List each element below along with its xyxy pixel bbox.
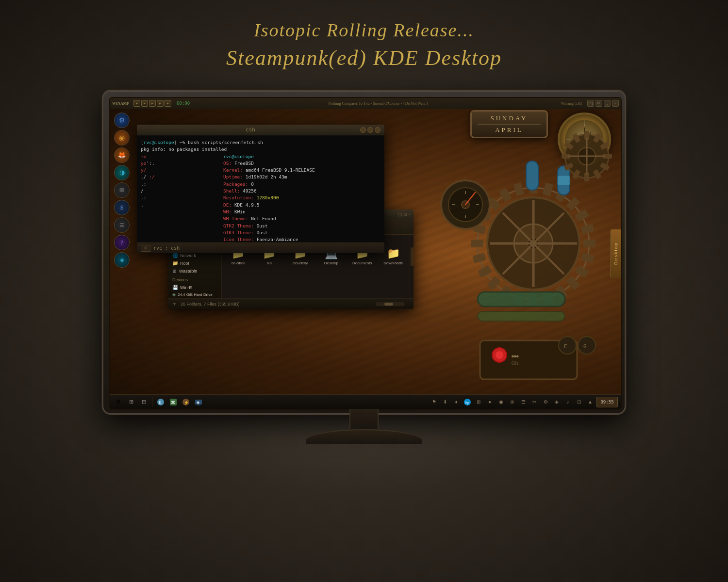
tray-btn-4[interactable]: ⊞ bbox=[474, 397, 483, 407]
tray-btn-hp[interactable]: hp bbox=[463, 397, 472, 407]
svg-rect-22 bbox=[583, 240, 596, 247]
tray-btn-3[interactable]: ♦ bbox=[451, 397, 461, 407]
fm-sidebar-wastebin[interactable]: 🗑 Wastebin bbox=[170, 267, 219, 275]
tray-btn-2[interactable]: ⬇ bbox=[440, 397, 450, 407]
tray-btn-1[interactable]: ⚑ bbox=[429, 397, 439, 407]
desktop-panel[interactable]: Desktop bbox=[610, 229, 621, 278]
tray-btn-tools[interactable]: ✂ bbox=[529, 397, 539, 407]
tray-btn-7[interactable]: ⊕ bbox=[507, 397, 517, 407]
tray-btn-8[interactable]: ☰ bbox=[518, 397, 528, 407]
sidebar-icon-network[interactable]: ◈ bbox=[114, 252, 130, 268]
svg-rect-38 bbox=[499, 188, 512, 202]
fm-sidebar-root[interactable]: 📁 Root bbox=[170, 259, 219, 267]
tray-btn-9[interactable]: ⚙ bbox=[541, 397, 550, 407]
page-title-area: Isotopic Rolling Release... Steampunk(ed… bbox=[0, 0, 728, 80]
sidebar-icon-menu[interactable]: ☰ bbox=[114, 217, 130, 233]
fm-sidebar-wine[interactable]: 💾 Win-E bbox=[170, 284, 219, 291]
taskbar-icon-4[interactable]: ⌘ bbox=[168, 397, 179, 407]
taskbar-bottom: ⚙ ⊞ ⊟ K ⌘ ⚡ ◉ ⚑ ⬇ ♦ bbox=[110, 394, 621, 409]
taskbar-icon-3[interactable]: K bbox=[155, 397, 166, 407]
sidebar-icon-dollar[interactable]: $ bbox=[114, 200, 130, 215]
winamp-controls[interactable] bbox=[133, 100, 171, 107]
tray-btn-10[interactable]: ◈ bbox=[552, 397, 562, 407]
taskbar-icon-1[interactable]: ⊞ bbox=[126, 397, 136, 407]
taskbar-icon-5[interactable]: ⚡ bbox=[181, 397, 191, 407]
tray-btn-12[interactable]: ⊡ bbox=[574, 397, 584, 407]
fm-file-downloads[interactable]: 📁 Downloads bbox=[379, 246, 408, 296]
tray-btn-up[interactable]: ▲ bbox=[585, 397, 595, 407]
winamp-eq-btn[interactable]: EQ bbox=[587, 100, 594, 107]
svg-rect-89 bbox=[198, 404, 199, 405]
sidebar-icons: ⚙ ◉ 🦊 ◑ ✉ $ ☰ bbox=[114, 113, 130, 268]
terminal-window: csh [rvc@isotope] ~% bash scripts/screen… bbox=[137, 125, 384, 253]
fm-files-grid: 📁 be-shell 📁 bin 📁 cloudcity bbox=[224, 246, 408, 296]
svg-rect-71 bbox=[478, 292, 565, 307]
winamp-pl-btn[interactable]: PL bbox=[596, 100, 602, 107]
winamp-logo: WINAMP bbox=[112, 101, 129, 106]
fm-file-bin[interactable]: 📁 bin bbox=[255, 246, 284, 296]
winamp-next-btn[interactable] bbox=[165, 100, 171, 107]
winamp-close-btn[interactable]: × bbox=[612, 100, 619, 107]
winamp-song-title: Nothing Compares To You - Sinead O'Conno… bbox=[195, 101, 561, 106]
terminal-command-line: [rvc@isotope] ~% bash scripts/screenfetc… bbox=[141, 139, 381, 146]
svg-rect-39 bbox=[513, 182, 524, 196]
taskbar-separator-1 bbox=[152, 397, 152, 407]
svg-rect-23 bbox=[580, 253, 594, 263]
fm-file-documents[interactable]: 📁 Documents bbox=[347, 246, 377, 296]
terminal-status-text: rvc : csh bbox=[153, 245, 180, 251]
fm-scrollbar-horizontal[interactable] bbox=[376, 302, 405, 306]
svg-text:◉: ◉ bbox=[197, 401, 199, 404]
fm-sidebar-drive1[interactable]: ◉ 24.4 GiB Hard Drive bbox=[170, 291, 219, 298]
svg-rect-45 bbox=[558, 176, 570, 185]
sidebar-icon-help[interactable]: ? bbox=[114, 235, 130, 250]
svg-rect-24 bbox=[575, 265, 589, 278]
fm-statusbar-expand-btn[interactable]: ▼ bbox=[172, 302, 177, 307]
fm-title-menu-btn[interactable]: ◫ bbox=[398, 212, 402, 217]
svg-text:⌘: ⌘ bbox=[171, 400, 175, 405]
fm-file-cloudcity[interactable]: 📁 cloudcity bbox=[286, 246, 315, 296]
taskbar-top: WINAMP 00:00 Nothing Compares To You - S… bbox=[110, 98, 621, 109]
terminal-window-title: csh bbox=[141, 127, 360, 133]
svg-rect-72 bbox=[478, 311, 565, 321]
sidebar-icon-mail[interactable]: ✉ bbox=[114, 182, 130, 198]
tray-btn-11[interactable]: ♪ bbox=[563, 397, 573, 407]
winamp-version: Winamp 5.83 bbox=[561, 101, 582, 106]
taskbar-top-right: Winamp 5.83 EQ PL _ × bbox=[561, 100, 619, 107]
monitor-screen: WINAMP 00:00 Nothing Compares To You - S… bbox=[109, 97, 622, 410]
desktop-panel-text: Desktop bbox=[613, 242, 618, 265]
steampunk-gears: ●●● GHz E G bbox=[436, 108, 621, 389]
svg-point-75 bbox=[496, 351, 503, 359]
sidebar-icon-browser1[interactable]: ◉ bbox=[114, 130, 130, 146]
tray-btn-5[interactable]: ● bbox=[485, 397, 495, 407]
winamp-prev-btn[interactable] bbox=[133, 100, 140, 107]
winamp-pause-btn[interactable] bbox=[149, 100, 156, 107]
tray-datetime-area: 09:55 bbox=[596, 397, 618, 407]
fm-title-close-btn2[interactable]: × bbox=[408, 212, 411, 217]
terminal-minimize-btn[interactable] bbox=[360, 127, 366, 133]
fm-file-desktop[interactable]: 💻 Desktop bbox=[316, 246, 346, 296]
sidebar-icon-firefox[interactable]: 🦊 bbox=[114, 147, 130, 163]
taskbar-icon-6[interactable]: ◉ bbox=[193, 397, 204, 407]
svg-rect-21 bbox=[580, 224, 594, 234]
tray-btn-6[interactable]: ◉ bbox=[496, 397, 506, 407]
fm-title-restore-btn[interactable]: ⊡ bbox=[403, 212, 407, 217]
sidebar-icon-twitter[interactable]: ◑ bbox=[114, 165, 130, 180]
fm-file-be-shell[interactable]: 📁 be-shell bbox=[224, 246, 253, 296]
svg-text:E: E bbox=[564, 343, 567, 350]
taskbar-icon-2[interactable]: ⊟ bbox=[138, 397, 149, 407]
winamp-stop-btn[interactable] bbox=[157, 100, 164, 107]
monitor-stand-base bbox=[306, 429, 422, 444]
svg-text:⚡: ⚡ bbox=[184, 400, 189, 405]
svg-text:K: K bbox=[159, 401, 162, 405]
taskbar-kde-start[interactable]: ⚙ bbox=[113, 397, 124, 407]
winamp-play-btn[interactable] bbox=[141, 100, 148, 107]
terminal-maximize-btn[interactable] bbox=[367, 127, 373, 133]
winamp-minimize-btn[interactable]: _ bbox=[604, 100, 611, 107]
terminal-close-btn[interactable] bbox=[375, 127, 381, 133]
fm-devices-label: Devices bbox=[170, 277, 219, 282]
taskbar-tray: ⚑ ⬇ ♦ hp ⊞ ● ◉ ⊕ ☰ ✂ ⚙ ◈ ♪ ⊡ ▲ bbox=[429, 397, 618, 407]
sidebar-icon-settings[interactable]: ⚙ bbox=[114, 113, 130, 128]
fm-scrollbar-vertical[interactable] bbox=[410, 235, 414, 298]
terminal-pkg-info: pkg info: no packages installed bbox=[141, 146, 381, 152]
title-line2: Steampunk(ed) KDE Desktop bbox=[0, 46, 728, 70]
